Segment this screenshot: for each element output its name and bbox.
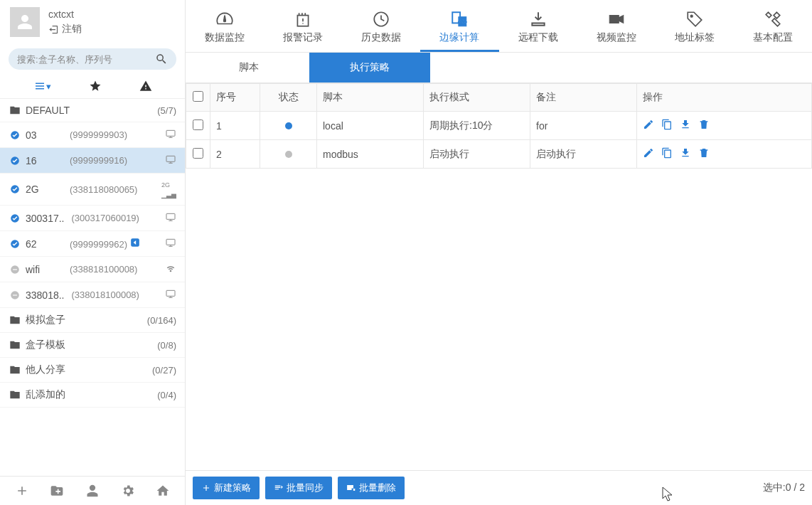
device-conn-icon	[165, 262, 176, 276]
star-filter-icon[interactable]	[89, 80, 102, 92]
subtab-script[interactable]: 脚本	[188, 53, 309, 83]
svg-rect-14	[166, 290, 175, 296]
logout-icon	[48, 24, 59, 35]
folder-label: 盒子模板	[26, 339, 65, 351]
row-checkbox[interactable]	[193, 148, 203, 159]
folder-label: 模拟盒子	[26, 314, 65, 326]
tree-folder[interactable]: 盒子模板(0/8)	[0, 333, 185, 358]
search-box[interactable]	[9, 48, 176, 70]
batch-sync-button[interactable]: 批量同步	[265, 477, 332, 499]
row-checkbox-cell	[186, 140, 210, 169]
copy-icon[interactable]	[661, 119, 673, 130]
delete-icon[interactable]	[698, 119, 710, 130]
copy-icon[interactable]	[661, 147, 673, 159]
section-count: (5/7)	[157, 105, 176, 116]
row-ops	[637, 140, 812, 169]
tree-section[interactable]: DEFAULT(5/7)	[0, 99, 185, 122]
svg-rect-6	[166, 213, 175, 219]
nav-label: 视频监控	[580, 31, 653, 44]
folder-icon	[9, 314, 21, 326]
header-status: 状态	[260, 84, 317, 112]
delete-icon[interactable]	[698, 147, 710, 159]
home-icon[interactable]	[156, 484, 170, 498]
batch-delete-button[interactable]: 批量删除	[338, 477, 405, 499]
svg-point-22	[690, 15, 693, 17]
search-input[interactable]	[17, 54, 155, 65]
device-code: (9999999903)	[63, 129, 165, 140]
tree-folder[interactable]: 乱添加的(0/4)	[0, 383, 185, 408]
status-dot-icon	[285, 122, 292, 129]
tree-folder[interactable]: 模拟盒子(0/164)	[0, 308, 185, 333]
sidebar-filter-row: ▾	[0, 74, 185, 99]
device-code: (9999999916)	[63, 155, 165, 166]
device-code: (338118080065)	[63, 184, 161, 195]
row-status	[260, 140, 317, 169]
nav-basic-config[interactable]: 基本配置	[734, 0, 812, 52]
gauge-icon	[188, 9, 261, 30]
folder-count: (0/27)	[152, 365, 176, 376]
status-dot-icon	[9, 156, 21, 166]
row-mode: 启动执行	[424, 140, 530, 169]
select-all-checkbox[interactable]	[193, 91, 203, 102]
edit-icon[interactable]	[643, 147, 654, 159]
device-label: 300317..	[26, 213, 65, 224]
device-conn-icon	[165, 154, 176, 167]
row-checkbox[interactable]	[193, 119, 203, 130]
nav-label: 边缘计算	[423, 31, 496, 44]
svg-rect-13	[13, 294, 17, 295]
table-row: 2modbus启动执行启动执行	[186, 140, 812, 169]
device-conn-icon	[165, 288, 176, 302]
row-index: 1	[210, 112, 260, 140]
nav-edge-compute[interactable]: </>边缘计算	[420, 0, 498, 52]
edit-icon[interactable]	[643, 119, 654, 130]
new-policy-label: 新建策略	[214, 482, 251, 494]
sync-icon	[274, 483, 284, 493]
device-row[interactable]: 03(9999999903)	[0, 122, 185, 148]
tree-folder[interactable]: 他人分享(0/27)	[0, 358, 185, 383]
svg-text:</>: </>	[459, 18, 468, 26]
list-filter-icon[interactable]: ▾	[33, 80, 51, 92]
add-icon[interactable]	[15, 484, 29, 498]
status-dot-icon	[9, 213, 21, 223]
svg-rect-11	[13, 269, 17, 270]
sidebar: cxtcxt 注销 ▾ DEFAULT(5/7)03(9999999903)16…	[0, 0, 186, 505]
device-row[interactable]: 16(9999999916)	[0, 148, 185, 174]
nav-data-monitor[interactable]: 数据监控	[186, 0, 264, 52]
device-row[interactable]: 338018..(338018100008)	[0, 282, 185, 308]
device-row[interactable]: wifi(338818100008)	[0, 257, 185, 282]
nav-remote-download[interactable]: 远程下载	[499, 0, 577, 52]
nav-label: 基本配置	[737, 31, 809, 44]
logout-label: 注销	[62, 23, 82, 36]
policy-table-wrap: 序号 状态 脚本 执行模式 备注 操作 1local周期执行:10分for2mo…	[186, 83, 812, 470]
user-icon[interactable]	[85, 484, 100, 498]
download-icon[interactable]	[680, 119, 691, 130]
warning-filter-icon[interactable]	[139, 80, 152, 92]
folder-count: (0/4)	[157, 390, 176, 400]
row-status	[260, 112, 317, 140]
download-icon[interactable]	[680, 147, 691, 159]
folder-open-icon	[9, 105, 21, 116]
device-row[interactable]: 300317..(300317060019)	[0, 206, 185, 231]
logout-link[interactable]: 注销	[48, 23, 82, 36]
row-index: 2	[210, 140, 260, 169]
sidebar-bottom-toolbar	[0, 476, 185, 505]
nav-alarm-record[interactable]: 报警记录	[264, 0, 342, 52]
status-dot-icon	[9, 265, 21, 275]
new-policy-button[interactable]: 新建策略	[193, 477, 260, 499]
device-label: wifi	[26, 264, 63, 275]
status-dot-icon	[9, 239, 21, 249]
nav-address-tag[interactable]: 地址标签	[656, 0, 734, 52]
gear-icon[interactable]	[121, 484, 135, 498]
subtab-policy[interactable]: 执行策略	[309, 53, 430, 83]
nav-video-monitor[interactable]: 视频监控	[577, 0, 656, 52]
device-row[interactable]: 2G(338118080065)2G▁▃▅	[0, 174, 185, 206]
device-conn-icon	[165, 128, 176, 142]
folder-label: 乱添加的	[26, 388, 65, 401]
user-row: cxtcxt 注销	[0, 0, 185, 44]
device-row[interactable]: 62(9999999962)	[0, 231, 185, 257]
header-script: 脚本	[317, 84, 424, 112]
svg-rect-9	[166, 239, 175, 245]
folder-add-icon[interactable]	[50, 484, 64, 498]
nav-history-data[interactable]: 历史数据	[342, 0, 420, 52]
username: cxtcxt	[48, 9, 82, 20]
